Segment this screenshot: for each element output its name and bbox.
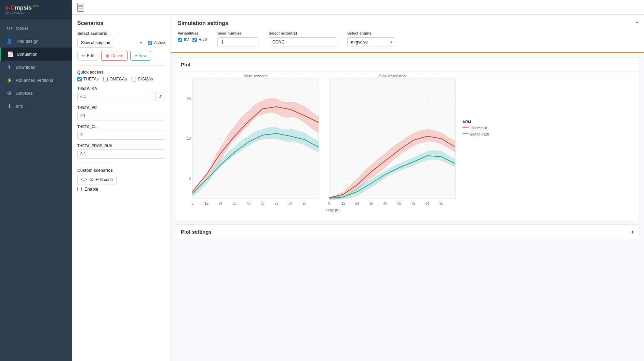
svg-text:ARM: ARM: [462, 120, 471, 124]
sidebar-item-info[interactable]: ℹ Info: [0, 100, 72, 113]
plot-settings-title: Plot settings: [181, 229, 212, 235]
sidebar-item-label: Services: [16, 91, 33, 96]
svg-text:12: 12: [341, 202, 345, 205]
sidebar-item-label: Info: [16, 104, 23, 109]
active-checkbox-label[interactable]: Active: [148, 40, 165, 45]
theta-ka-field: THETA_KA ↺: [77, 86, 165, 101]
theta-ka-input[interactable]: [77, 92, 153, 101]
engine-select[interactable]: mrgsolve rxode2: [347, 37, 395, 47]
plot-legend: ARM 1000mg QD 500mg q12h: [462, 120, 489, 136]
svg-text:60: 60: [397, 202, 401, 205]
new-button[interactable]: + New: [130, 51, 151, 61]
sidebar-item-model[interactable]: </> Model: [0, 22, 72, 35]
iiv-checkbox[interactable]: [178, 38, 182, 42]
svg-text:500mg q12h: 500mg q12h: [470, 132, 489, 136]
sigmas-checkbox-label[interactable]: SIGMAs: [132, 77, 153, 81]
code-icon: </>: [6, 25, 12, 31]
plot-svg: Concentration (ng/mL): [179, 75, 476, 216]
plot-settings-header[interactable]: Plot settings +: [175, 225, 640, 239]
iiv-label: IIV: [184, 37, 189, 42]
scenario-dropdown[interactable]: Slow absorption: [77, 38, 114, 48]
theta-prop-ruv-input[interactable]: [77, 149, 165, 159]
edit-button[interactable]: ✏ Edit: [77, 51, 98, 61]
svg-text:0: 0: [328, 202, 330, 205]
thetas-checkbox-label[interactable]: THETAs: [77, 77, 98, 81]
edit-icon: ✏: [82, 53, 85, 58]
omegas-checkbox-label[interactable]: OMEGAs: [103, 77, 127, 81]
sidebar-item-services[interactable]: ⚙ Services: [0, 87, 72, 100]
sim-settings-panel: Simulation settings − Variabilities IIV: [171, 15, 644, 53]
svg-text:36: 36: [369, 202, 373, 205]
thetas-checkbox[interactable]: [77, 77, 82, 81]
edit-code-button[interactable]: </> </> Edit code: [77, 175, 117, 184]
theta-ka-input-row: ↺: [77, 92, 165, 101]
svg-text:60: 60: [260, 202, 265, 205]
active-label: Active: [154, 40, 165, 45]
ruv-checkbox[interactable]: [192, 38, 197, 42]
plot-title: Plot: [175, 57, 640, 72]
active-checkbox[interactable]: [148, 41, 152, 45]
svg-text:96: 96: [439, 202, 443, 205]
ruv-label: RUV: [199, 37, 207, 42]
scenario-dropdown-wrap: Slow absorption: [77, 38, 145, 48]
slow-absorption-chart: Slow absorption 0 12 24 36: [328, 74, 456, 205]
theta-vc-input[interactable]: [77, 111, 165, 120]
output-input[interactable]: [269, 37, 337, 47]
variabilities-group: Variabilities IIV RUV: [178, 31, 207, 42]
sim-settings-title: Simulation settings: [178, 20, 637, 26]
slow-absorption-panel-label: Slow absorption: [379, 74, 406, 78]
theta-cl-input[interactable]: [77, 130, 165, 140]
output-label: Select output(s): [269, 31, 337, 35]
sidebar-item-download[interactable]: ⬇ Download: [0, 61, 72, 74]
divider2: [77, 163, 165, 163]
sidebar-item-advanced[interactable]: ⚡ Advanced versions: [0, 74, 72, 87]
divider1: [77, 65, 165, 66]
sidebar-item-trial-design[interactable]: 👤 Trial design: [0, 35, 72, 48]
base-scenario-chart: Base scenario 0 12 2: [187, 74, 319, 205]
custom-scenarios: Custom scenarios </> </> Edit code Enabl…: [77, 168, 165, 192]
settings-row: Variabilities IIV RUV: [178, 31, 637, 47]
svg-text:10: 10: [187, 137, 191, 140]
main-area: ☰ Scenarios Select scenario Slow absorpt…: [72, 0, 644, 361]
seed-group: Seed number: [217, 31, 258, 47]
plot-section: Plot Concentration (ng/mL): [175, 57, 640, 220]
sidebar-nav: </> Model 👤 Trial design 📈 Simulation ⬇ …: [0, 19, 72, 361]
expand-icon: +: [631, 229, 634, 235]
enable-row: Enable: [77, 186, 165, 192]
topbar: ☰: [72, 0, 644, 15]
theta-prop-ruv-field: THETA_PROP_RUV: [77, 144, 165, 159]
seed-input[interactable]: [217, 37, 258, 47]
code-icon-small: </>: [81, 177, 87, 182]
iiv-checkbox-label[interactable]: IIV: [178, 37, 189, 42]
sigmas-checkbox[interactable]: [132, 77, 136, 81]
enable-checkbox[interactable]: [77, 187, 82, 191]
scenario-row: Slow absorption Active: [77, 38, 165, 48]
lightning-icon: ⚡: [6, 77, 12, 83]
sigmas-label: SIGMAs: [138, 77, 153, 81]
engine-label: Select engine: [347, 31, 395, 35]
sidebar-item-simulation[interactable]: 📈 Simulation: [0, 48, 72, 61]
engine-group: Select engine mrgsolve rxode2: [347, 31, 395, 47]
svg-text:72: 72: [411, 202, 415, 205]
hamburger-button[interactable]: ☰: [77, 3, 84, 12]
theta-ka-reset[interactable]: ↺: [155, 92, 165, 101]
users-icon: 👤: [6, 38, 12, 44]
ruv-checkbox-label[interactable]: RUV: [192, 37, 207, 42]
left-panel: Scenarios Select scenario Slow absorptio…: [72, 15, 171, 361]
variabilities-label: Variabilities: [178, 31, 207, 35]
collapse-button[interactable]: −: [635, 20, 639, 26]
sidebar-item-label: Simulation: [17, 52, 38, 57]
content-area: Scenarios Select scenario Slow absorptio…: [72, 15, 644, 361]
theta-prop-ruv-label: THETA_PROP_RUV: [77, 144, 165, 148]
plot-settings-section: Plot settings +: [175, 224, 640, 239]
svg-text:20: 20: [187, 97, 191, 101]
sidebar-logo: e-Cmpsis free by Calvagone: [0, 0, 72, 19]
omegas-checkbox[interactable]: [103, 77, 108, 81]
gear-icon: ⚙: [6, 90, 12, 96]
chart-icon: 📈: [7, 51, 13, 57]
omegas-label: OMEGAs: [109, 77, 127, 81]
svg-text:36: 36: [232, 202, 237, 205]
delete-button[interactable]: 🗑 Delete: [101, 51, 128, 61]
thetas-label: THETAs: [83, 77, 98, 81]
svg-text:48: 48: [383, 202, 387, 205]
